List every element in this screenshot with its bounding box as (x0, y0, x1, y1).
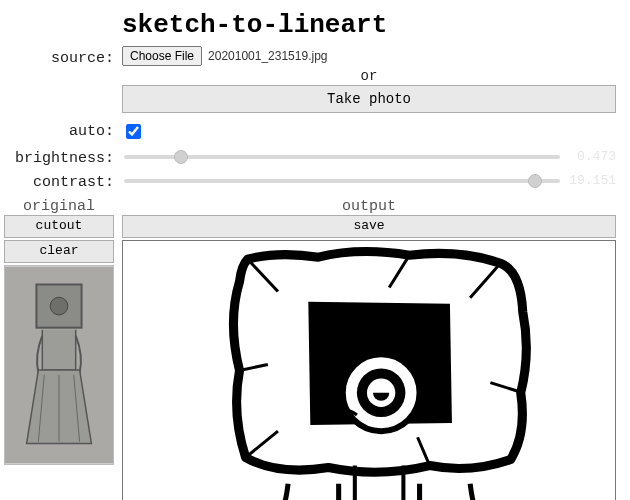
contrast-slider[interactable] (124, 172, 560, 190)
auto-label: auto: (4, 119, 114, 144)
take-photo-button[interactable]: Take photo (122, 85, 616, 113)
cutout-button[interactable]: cutout (4, 215, 114, 238)
contrast-label: contrast: (4, 170, 114, 192)
original-thumbnail (4, 265, 114, 465)
output-heading: output (122, 198, 616, 215)
brightness-slider[interactable] (124, 148, 560, 166)
original-heading: original (4, 198, 114, 215)
svg-point-3 (50, 297, 68, 315)
auto-checkbox[interactable] (126, 124, 141, 139)
chosen-filename: 20201001_231519.jpg (208, 49, 327, 63)
clear-button[interactable]: clear (4, 240, 114, 263)
choose-file-button[interactable]: Choose File (122, 46, 202, 66)
save-button[interactable]: save (122, 215, 616, 238)
source-label: source: (4, 46, 114, 68)
brightness-label: brightness: (4, 146, 114, 168)
page-title: sketch-to-lineart (122, 10, 616, 40)
or-label: or (122, 68, 616, 85)
output-canvas (122, 240, 616, 500)
brightness-value: 0.473 (568, 149, 616, 164)
contrast-value: 19.151 (568, 173, 616, 188)
